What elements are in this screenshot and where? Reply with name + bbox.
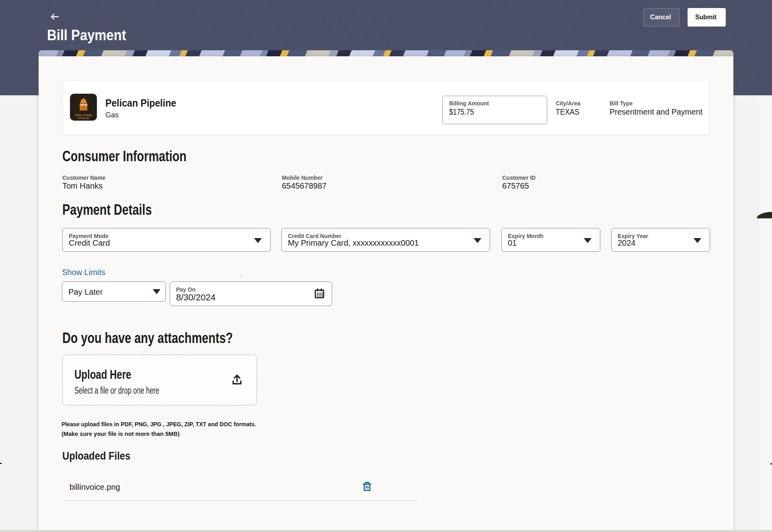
svg-text:PIPELINE: PIPELINE — [78, 117, 89, 119]
svg-text:PELICAN: PELICAN — [75, 113, 92, 117]
